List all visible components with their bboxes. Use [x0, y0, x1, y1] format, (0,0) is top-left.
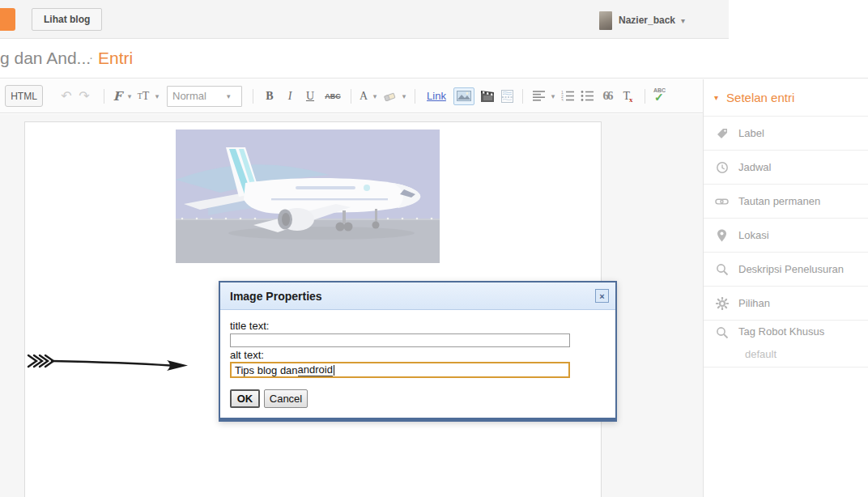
dialog-titlebar[interactable]: Image Properties ×: [220, 282, 615, 310]
chevron-down-icon: ▾: [681, 16, 685, 25]
dialog-buttons: OK Cancel: [230, 389, 606, 408]
text-cursor: [334, 365, 334, 376]
post-settings-sidebar: ▾ Setelan entri Label Jadwal Tautan perm…: [703, 79, 868, 497]
alt-text-label: alt text:: [230, 349, 606, 361]
ok-button[interactable]: OK: [230, 389, 260, 408]
chevron-down-icon[interactable]: ▾: [152, 92, 162, 100]
breadcrumb-dot: ·: [89, 50, 93, 64]
chevron-down-icon: ▾: [227, 92, 236, 100]
insert-jump-break-button[interactable]: [497, 90, 517, 103]
sidebar-header-setelan-entri[interactable]: ▾ Setelan entri: [704, 79, 868, 117]
title-text-input[interactable]: [230, 333, 570, 347]
toolbar-divider: [522, 89, 523, 104]
sidebar-item-pilihan[interactable]: Pilihan: [704, 287, 868, 321]
underline-button[interactable]: U: [300, 90, 321, 103]
blog-title[interactable]: g dan And...: [0, 49, 91, 68]
search-icon: [715, 262, 729, 276]
dialog-body: title text: alt text: Tips blog dan andr…: [220, 310, 615, 418]
chevron-down-icon[interactable]: ▾: [548, 92, 558, 100]
chevron-down-icon[interactable]: ▾: [125, 92, 134, 100]
editor-toolbar: HTML ↶ ↷ F ▾ TT ▾ Normal ▾ B I U ABC A ▾…: [0, 79, 703, 113]
insert-link-button[interactable]: Link: [423, 90, 450, 102]
highlight-eraser-icon[interactable]: [380, 91, 399, 102]
triangle-down-icon: ▾: [714, 93, 718, 102]
toolbar-divider: [351, 89, 351, 104]
html-mode-button[interactable]: HTML: [5, 85, 43, 107]
username: Nazier_back: [619, 15, 675, 26]
bold-button[interactable]: B: [259, 90, 280, 103]
text-color-button[interactable]: A: [357, 90, 370, 103]
top-bar: Lihat blog Nazier_back ▾: [0, 0, 729, 39]
chevron-down-icon[interactable]: ▾: [370, 92, 380, 100]
toolbar-divider: [645, 89, 645, 104]
sidebar-item-tautan-permanen[interactable]: Tautan permanen: [704, 185, 868, 219]
chevron-down-icon[interactable]: ▾: [399, 92, 409, 100]
user-menu[interactable]: Nazier_back ▾: [599, 10, 685, 31]
sidebar-item-tag-robot-khusus[interactable]: Tag Robot Khusus default: [704, 321, 868, 367]
image-properties-dialog: Image Properties × title text: alt text:…: [219, 281, 617, 422]
sidebar-item-lokasi[interactable]: Lokasi: [704, 219, 868, 253]
view-blog-button[interactable]: Lihat blog: [32, 8, 102, 31]
avatar: [599, 11, 612, 30]
tag-icon: [715, 126, 729, 140]
undo-icon[interactable]: ↶: [57, 88, 75, 104]
bullet-list-button[interactable]: [577, 91, 597, 101]
close-icon[interactable]: ×: [595, 289, 609, 303]
blogger-post-editor: Lihat blog Nazier_back ▾ g dan And... · …: [0, 0, 868, 497]
text-align-button[interactable]: [529, 91, 548, 101]
numbered-list-button[interactable]: 123: [558, 91, 577, 101]
sidebar-item-jadwal[interactable]: Jadwal: [704, 151, 868, 185]
blogger-logo-icon[interactable]: [0, 8, 15, 31]
redo-icon[interactable]: ↷: [75, 88, 93, 104]
insert-video-button[interactable]: [478, 91, 497, 102]
toolbar-divider: [253, 89, 253, 104]
toolbar-divider: [104, 89, 104, 104]
alt-text-input[interactable]: Tips blog dan android: [230, 362, 570, 378]
sidebar-item-label[interactable]: Label: [704, 117, 868, 151]
blockquote-button[interactable]: 66: [597, 89, 618, 103]
spellcheck-button[interactable]: ABC ✓: [651, 87, 672, 105]
location-pin-icon: [715, 228, 729, 242]
sidebar-item-deskripsi-penelusuran[interactable]: Deskripsi Penelusuran: [704, 253, 868, 287]
garuda-airplane-image[interactable]: [176, 130, 440, 263]
cancel-button[interactable]: Cancel: [264, 389, 308, 408]
toolbar-divider: [415, 89, 415, 104]
title-text-label: title text:: [230, 320, 606, 332]
italic-button[interactable]: I: [280, 90, 300, 103]
paragraph-format-select[interactable]: Normal ▾: [167, 86, 242, 107]
insert-image-button-selected[interactable]: [453, 87, 474, 105]
gear-icon: [715, 296, 729, 310]
strikethrough-button[interactable]: ABC: [321, 92, 345, 100]
sidebar-subitem-default[interactable]: default: [745, 348, 777, 360]
post-header-bar: g dan And... · Entri Publikasikan Simpan…: [0, 39, 868, 79]
remove-formatting-button[interactable]: Tx: [618, 90, 639, 103]
font-family-icon[interactable]: F: [110, 89, 125, 104]
svg-text:3: 3: [561, 98, 564, 102]
chain-link-icon: [715, 194, 729, 208]
clock-icon: [715, 160, 729, 174]
dialog-title: Image Properties: [230, 290, 322, 303]
breadcrumb-entri: Entri: [98, 49, 133, 68]
search-icon: [715, 325, 729, 339]
annotation-arrow-icon: [26, 353, 192, 374]
font-size-icon[interactable]: TT: [134, 90, 152, 103]
